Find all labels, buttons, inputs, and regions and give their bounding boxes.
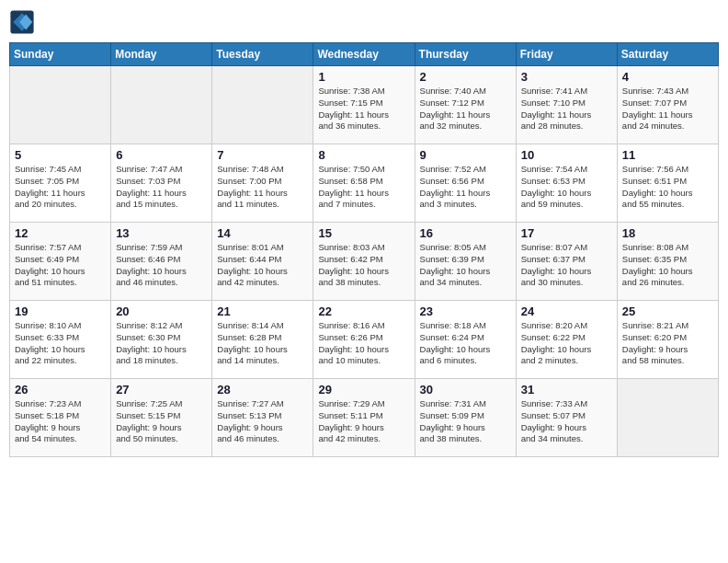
day-number: 21 [217,304,308,318]
day-number: 24 [521,304,612,318]
day-info: Sunrise: 7:40 AM Sunset: 7:12 PM Dayligh… [420,86,511,132]
calendar-cell: 22Sunrise: 8:16 AM Sunset: 6:26 PM Dayli… [313,301,415,379]
day-number: 7 [217,148,308,162]
day-header-monday: Monday [111,43,212,66]
day-number: 12 [15,226,106,240]
day-info: Sunrise: 8:21 AM Sunset: 6:20 PM Dayligh… [622,320,713,367]
calendar-cell: 11Sunrise: 7:56 AM Sunset: 6:51 PM Dayli… [617,144,718,223]
day-number: 28 [217,383,308,396]
calendar-cell: 6Sunrise: 7:47 AM Sunset: 7:03 PM Daylig… [111,144,212,223]
day-header-sunday: Sunday [10,43,111,66]
calendar-cell: 29Sunrise: 7:29 AM Sunset: 5:11 PM Dayli… [313,379,415,457]
calendar-week-2: 5Sunrise: 7:45 AM Sunset: 7:05 PM Daylig… [10,144,719,223]
day-header-saturday: Saturday [617,43,718,66]
calendar-week-3: 12Sunrise: 7:57 AM Sunset: 6:49 PM Dayli… [10,223,719,301]
day-number: 11 [622,148,713,162]
day-number: 8 [318,148,409,162]
day-info: Sunrise: 7:31 AM Sunset: 5:09 PM Dayligh… [420,398,511,445]
day-number: 6 [116,148,207,162]
day-number: 9 [420,148,511,162]
logo-icon [9,9,35,35]
calendar-cell: 10Sunrise: 7:54 AM Sunset: 6:53 PM Dayli… [516,144,617,223]
day-header-tuesday: Tuesday [212,43,313,66]
calendar-cell: 31Sunrise: 7:33 AM Sunset: 5:07 PM Dayli… [516,379,617,457]
calendar-cell: 7Sunrise: 7:48 AM Sunset: 7:00 PM Daylig… [212,144,313,223]
day-header-thursday: Thursday [415,43,516,66]
day-number: 23 [420,304,511,318]
calendar-cell: 28Sunrise: 7:27 AM Sunset: 5:13 PM Dayli… [212,379,313,457]
calendar-cell: 20Sunrise: 8:12 AM Sunset: 6:30 PM Dayli… [111,301,212,379]
day-info: Sunrise: 8:16 AM Sunset: 6:26 PM Dayligh… [318,320,409,367]
day-info: Sunrise: 7:45 AM Sunset: 7:05 PM Dayligh… [15,164,106,211]
calendar-cell [10,66,111,144]
day-number: 26 [15,383,106,396]
day-number: 19 [15,304,106,318]
day-info: Sunrise: 8:18 AM Sunset: 6:24 PM Dayligh… [420,320,511,367]
calendar-cell: 15Sunrise: 8:03 AM Sunset: 6:42 PM Dayli… [313,223,415,301]
calendar-cell: 8Sunrise: 7:50 AM Sunset: 6:58 PM Daylig… [313,144,415,223]
calendar-cell: 9Sunrise: 7:52 AM Sunset: 6:56 PM Daylig… [415,144,516,223]
day-info: Sunrise: 7:47 AM Sunset: 7:03 PM Dayligh… [116,164,207,211]
calendar-cell [111,66,212,144]
day-number: 15 [318,226,409,240]
calendar-week-4: 19Sunrise: 8:10 AM Sunset: 6:33 PM Dayli… [10,301,719,379]
day-number: 31 [521,383,612,396]
day-number: 30 [420,383,511,396]
calendar-cell: 16Sunrise: 8:05 AM Sunset: 6:39 PM Dayli… [415,223,516,301]
calendar-cell: 5Sunrise: 7:45 AM Sunset: 7:05 PM Daylig… [10,144,111,223]
day-info: Sunrise: 8:01 AM Sunset: 6:44 PM Dayligh… [217,242,308,289]
calendar-week-5: 26Sunrise: 7:23 AM Sunset: 5:18 PM Dayli… [10,379,719,457]
calendar-cell [617,379,718,457]
calendar-cell: 26Sunrise: 7:23 AM Sunset: 5:18 PM Dayli… [10,379,111,457]
day-info: Sunrise: 8:12 AM Sunset: 6:30 PM Dayligh… [116,320,207,367]
logo [9,9,39,35]
calendar-cell: 3Sunrise: 7:41 AM Sunset: 7:10 PM Daylig… [516,66,617,144]
day-number: 4 [622,70,713,84]
calendar-cell: 14Sunrise: 8:01 AM Sunset: 6:44 PM Dayli… [212,223,313,301]
calendar-cell: 13Sunrise: 7:59 AM Sunset: 6:46 PM Dayli… [111,223,212,301]
day-info: Sunrise: 7:25 AM Sunset: 5:15 PM Dayligh… [116,398,207,445]
day-number: 18 [622,226,713,240]
day-info: Sunrise: 8:08 AM Sunset: 6:35 PM Dayligh… [622,242,713,289]
day-header-friday: Friday [516,43,617,66]
day-info: Sunrise: 8:14 AM Sunset: 6:28 PM Dayligh… [217,320,308,367]
day-info: Sunrise: 7:50 AM Sunset: 6:58 PM Dayligh… [318,164,409,211]
day-info: Sunrise: 7:59 AM Sunset: 6:46 PM Dayligh… [116,242,207,289]
calendar-cell: 19Sunrise: 8:10 AM Sunset: 6:33 PM Dayli… [10,301,111,379]
day-info: Sunrise: 7:33 AM Sunset: 5:07 PM Dayligh… [521,398,612,445]
day-number: 16 [420,226,511,240]
day-number: 3 [521,70,612,84]
day-info: Sunrise: 8:05 AM Sunset: 6:39 PM Dayligh… [420,242,511,289]
day-number: 20 [116,304,207,318]
calendar-cell: 2Sunrise: 7:40 AM Sunset: 7:12 PM Daylig… [415,66,516,144]
calendar-cell: 12Sunrise: 7:57 AM Sunset: 6:49 PM Dayli… [10,223,111,301]
day-info: Sunrise: 7:57 AM Sunset: 6:49 PM Dayligh… [15,242,106,289]
day-info: Sunrise: 8:03 AM Sunset: 6:42 PM Dayligh… [318,242,409,289]
day-number: 5 [15,148,106,162]
calendar-cell [212,66,313,144]
calendar-week-1: 1Sunrise: 7:38 AM Sunset: 7:15 PM Daylig… [10,66,719,144]
day-info: Sunrise: 7:41 AM Sunset: 7:10 PM Dayligh… [521,86,612,132]
day-number: 14 [217,226,308,240]
calendar-cell: 18Sunrise: 8:08 AM Sunset: 6:35 PM Dayli… [617,223,718,301]
calendar-cell: 25Sunrise: 8:21 AM Sunset: 6:20 PM Dayli… [617,301,718,379]
day-info: Sunrise: 7:27 AM Sunset: 5:13 PM Dayligh… [217,398,308,445]
day-number: 17 [521,226,612,240]
day-number: 2 [420,70,511,84]
day-number: 13 [116,226,207,240]
day-info: Sunrise: 7:43 AM Sunset: 7:07 PM Dayligh… [622,86,713,132]
day-number: 27 [116,383,207,396]
day-number: 22 [318,304,409,318]
calendar-table: SundayMondayTuesdayWednesdayThursdayFrid… [9,42,719,457]
day-info: Sunrise: 8:20 AM Sunset: 6:22 PM Dayligh… [521,320,612,367]
day-number: 10 [521,148,612,162]
day-number: 1 [318,70,409,84]
day-info: Sunrise: 8:07 AM Sunset: 6:37 PM Dayligh… [521,242,612,289]
calendar-cell: 24Sunrise: 8:20 AM Sunset: 6:22 PM Dayli… [516,301,617,379]
day-info: Sunrise: 7:23 AM Sunset: 5:18 PM Dayligh… [15,398,106,445]
calendar-cell: 21Sunrise: 8:14 AM Sunset: 6:28 PM Dayli… [212,301,313,379]
day-info: Sunrise: 8:10 AM Sunset: 6:33 PM Dayligh… [15,320,106,367]
day-info: Sunrise: 7:56 AM Sunset: 6:51 PM Dayligh… [622,164,713,211]
day-info: Sunrise: 7:52 AM Sunset: 6:56 PM Dayligh… [420,164,511,211]
calendar-cell: 23Sunrise: 8:18 AM Sunset: 6:24 PM Dayli… [415,301,516,379]
